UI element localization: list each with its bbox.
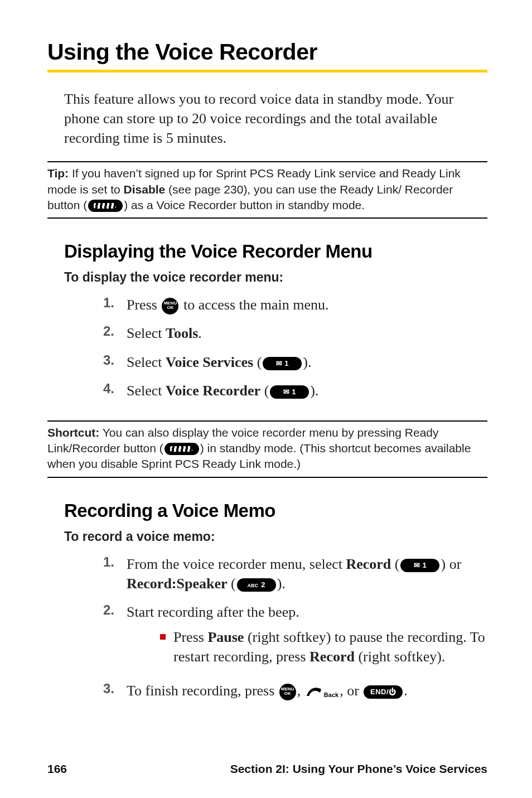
- page-number: 166: [47, 762, 67, 776]
- intro-paragraph: This feature allows you to record voice …: [47, 89, 487, 148]
- step-text: .: [404, 683, 408, 699]
- record-label: Record: [346, 556, 391, 572]
- step-text: (: [228, 575, 236, 592]
- key-1-icon: ✉ 1: [270, 385, 309, 399]
- step-item: 1. Press MENU OK to access the main menu…: [98, 295, 487, 315]
- key-1-icon: ✉ 1: [400, 559, 439, 572]
- tip-bold-disable: Disable: [124, 183, 166, 196]
- step-text: , or: [340, 683, 362, 699]
- voice-services-label: Voice Services: [166, 354, 253, 370]
- section-label: Section 2I: Using Your Phone’s Voice Ser…: [230, 762, 487, 776]
- shortcut-label: Shortcut:: [47, 426, 99, 439]
- step-text: ).: [303, 354, 311, 370]
- step-item: 3. Select Voice Services (✉ 1).: [98, 352, 487, 372]
- step-number: 1.: [98, 554, 114, 570]
- record-softkey-label: Record: [309, 649, 355, 665]
- step-number: 2.: [98, 323, 114, 339]
- pause-label: Pause: [207, 629, 244, 645]
- lead-in-voice-memo: To record a voice memo:: [47, 529, 487, 544]
- key-2-icon: ABC 2: [237, 578, 276, 592]
- step-text: To finish recording, press: [127, 683, 278, 699]
- subheading-voice-memo: Recording a Voice Memo: [47, 500, 487, 521]
- menu-ok-icon: MENU OK: [162, 298, 178, 315]
- tip-block: Tip: If you haven’t signed up for Sprint…: [47, 162, 487, 217]
- step-text: (: [391, 556, 399, 572]
- lead-in-display-menu: To display the voice recorder menu:: [47, 270, 487, 285]
- bullet-icon: [160, 634, 166, 640]
- key-1-icon: ✉ 1: [263, 357, 302, 370]
- subheading-voice-recorder-menu: Displaying the Voice Recorder Menu: [47, 241, 487, 262]
- step-text: .: [198, 325, 202, 341]
- sub-text: Press: [173, 629, 207, 645]
- voice-recorder-label: Voice Recorder: [166, 383, 260, 399]
- step-text: Start recording after the beep.: [127, 604, 299, 620]
- menu-ok-icon: MENU OK: [279, 684, 296, 700]
- page-title: Using the Voice Recorder: [47, 39, 487, 65]
- step-text: (: [260, 383, 269, 399]
- step-number: 1.: [98, 295, 114, 311]
- step-item: 2. Select Tools.: [98, 323, 487, 343]
- end-key-icon: END/⏻: [364, 685, 403, 699]
- steps-voice-memo: 1. From the voice recorder menu, select …: [47, 554, 487, 710]
- step-number: 4.: [98, 381, 114, 396]
- step-text: From the voice recorder menu, select: [127, 556, 346, 572]
- sub-text: (right softkey).: [355, 649, 445, 665]
- step-text: ) or: [441, 556, 461, 572]
- rule-after-tip: [47, 217, 487, 219]
- tip-text-c: ) as a Voice Recorder button in standby …: [124, 199, 365, 211]
- tools-label: Tools: [166, 325, 198, 341]
- readylink-icon: [88, 200, 123, 212]
- step-item: 4. Select Voice Recorder (✉ 1).: [98, 381, 487, 400]
- step-text: ).: [277, 575, 286, 592]
- step-number: 2.: [98, 602, 114, 618]
- tip-label: Tip:: [47, 167, 69, 180]
- step-text: ,: [297, 683, 304, 699]
- step-text: Press: [127, 297, 161, 313]
- step-text: Select: [127, 354, 166, 370]
- shortcut-block: Shortcut: You can also display the voice…: [47, 422, 487, 477]
- step-text: (: [253, 354, 262, 370]
- step-text: to access the main menu.: [180, 297, 328, 313]
- step-text: Select: [127, 383, 166, 399]
- steps-display-menu: 1. Press MENU OK to access the main menu…: [47, 295, 487, 409]
- back-key-icon: Back: [306, 685, 338, 699]
- sub-bullet-list: Press Pause (right softkey) to pause the…: [127, 627, 487, 666]
- readylink-icon: [165, 443, 199, 455]
- step-item: 3. To finish recording, press MENU OK, B…: [98, 681, 487, 700]
- step-number: 3.: [98, 681, 114, 697]
- step-text: Select: [127, 325, 166, 341]
- record-speaker-label: Record:Speaker: [127, 575, 228, 592]
- step-item: 2. Start recording after the beep. Press…: [98, 602, 487, 672]
- step-number: 3.: [98, 352, 114, 368]
- rule-after-shortcut: [47, 477, 487, 478]
- sub-bullet-item: Press Pause (right softkey) to pause the…: [160, 627, 487, 666]
- step-item: 1. From the voice recorder menu, select …: [98, 554, 487, 593]
- step-text: ).: [310, 383, 318, 399]
- title-underline: [47, 70, 487, 72]
- page-footer: 166 Section 2I: Using Your Phone’s Voice…: [47, 746, 487, 776]
